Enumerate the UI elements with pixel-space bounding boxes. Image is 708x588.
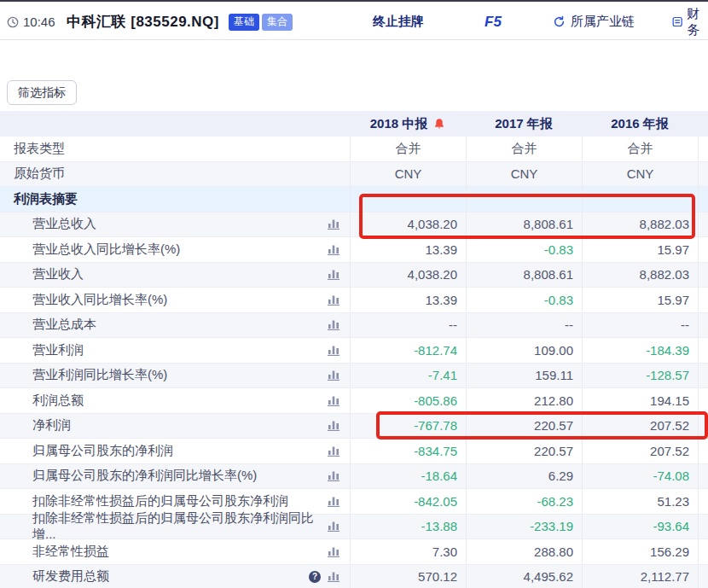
badge-collection[interactable]: 集合 bbox=[262, 14, 293, 31]
row-label: 营业总成本 bbox=[32, 317, 96, 333]
row-icons bbox=[328, 319, 339, 330]
cell-value: 合并 bbox=[582, 137, 698, 161]
header-filler bbox=[698, 111, 708, 137]
row-label: 扣除非经常性损益后的归属母公司股东净利润 bbox=[32, 493, 288, 509]
chart-icon[interactable] bbox=[328, 420, 339, 431]
row-icons bbox=[328, 294, 339, 306]
cell-value: 4,038.20 bbox=[350, 212, 466, 237]
row-icons bbox=[328, 470, 339, 481]
cell-value: -834.75 bbox=[350, 439, 466, 463]
chart-icon[interactable] bbox=[328, 496, 339, 507]
column-header[interactable]: 2016 年报 bbox=[582, 111, 698, 137]
cell-value: -- bbox=[466, 313, 582, 338]
row-icons bbox=[328, 218, 339, 230]
chart-icon[interactable] bbox=[328, 244, 339, 255]
row-label-cell: 营业收入 bbox=[0, 263, 350, 288]
cell-value: 6.29 bbox=[466, 464, 582, 489]
table-row: 原始货币CNYCNYCNY bbox=[0, 162, 708, 188]
table-row: 非经常性损益 7.30288.80156.29 bbox=[0, 539, 708, 565]
row-label-cell: 营业总收入 bbox=[0, 212, 350, 237]
chart-icon[interactable] bbox=[328, 571, 339, 582]
chart-icon[interactable] bbox=[328, 218, 339, 230]
filter-bar-2: 筛选指标 bbox=[0, 79, 708, 111]
chart-icon[interactable] bbox=[328, 546, 339, 557]
row-label: 归属母公司股东的净利润 bbox=[32, 443, 173, 459]
row-filler bbox=[698, 464, 708, 489]
table-row: 利润表摘要 bbox=[0, 187, 708, 212]
cell-value: -74.08 bbox=[582, 464, 698, 489]
cell-value: 51.23 bbox=[582, 489, 698, 514]
cell-value: -842.05 bbox=[350, 489, 466, 514]
financial-table: 2018 中报 2017 年报2016 年报 报表类型合并合并合并原始货币CNY… bbox=[0, 111, 708, 588]
row-filler bbox=[698, 439, 708, 463]
row-icons bbox=[328, 521, 339, 532]
row-icons: ? bbox=[309, 571, 339, 583]
table-row: 营业利润同比增长率(%) -7.41159.11-128.57 bbox=[0, 364, 708, 389]
row-icons bbox=[328, 244, 339, 255]
cell-value: 4,495.62 bbox=[466, 565, 582, 588]
column-header[interactable]: 2017 年报 bbox=[466, 111, 582, 137]
time-text: 10:46 bbox=[23, 15, 55, 29]
cell-value: 13.39 bbox=[350, 288, 466, 312]
chart-icon[interactable] bbox=[328, 269, 339, 280]
row-filler bbox=[698, 237, 708, 262]
alert-bell-icon[interactable] bbox=[433, 118, 445, 130]
cell-value: -233.19 bbox=[466, 515, 582, 539]
column-header[interactable]: 2018 中报 bbox=[350, 111, 466, 137]
cell-value: 4,038.20 bbox=[350, 263, 466, 288]
row-label: 非经常性损益 bbox=[32, 544, 109, 560]
row-label: 利润表摘要 bbox=[14, 191, 78, 207]
clock-icon bbox=[7, 16, 19, 28]
row-icons bbox=[328, 269, 339, 280]
f5-shortcut[interactable]: F5 bbox=[485, 3, 502, 40]
cell-value: 8,808.61 bbox=[466, 263, 582, 288]
chart-icon[interactable] bbox=[328, 470, 339, 481]
help-icon[interactable]: ? bbox=[309, 571, 321, 583]
chart-icon[interactable] bbox=[328, 521, 339, 532]
cell-value: 220.57 bbox=[466, 439, 582, 463]
table-row: 归属母公司股东的净利润同比增长率(%) -18.646.29-74.08 bbox=[0, 464, 708, 490]
table-row: 营业总收入 4,038.208,808.618,882.03 bbox=[0, 212, 708, 238]
column-header-label: 2017 年报 bbox=[495, 116, 553, 132]
cell-value bbox=[582, 187, 698, 212]
chart-icon[interactable] bbox=[328, 445, 339, 457]
chart-icon[interactable] bbox=[328, 370, 339, 381]
cell-value: 8,808.61 bbox=[466, 212, 582, 237]
row-filler bbox=[698, 162, 708, 187]
row-filler bbox=[698, 212, 708, 237]
row-filler bbox=[698, 414, 708, 439]
cell-value: 288.80 bbox=[466, 539, 582, 564]
table-row: 报表类型合并合并合并 bbox=[0, 137, 708, 162]
cell-value: 220.57 bbox=[466, 414, 582, 439]
finance-link[interactable]: 财务 bbox=[672, 3, 708, 40]
cell-value: -128.57 bbox=[582, 364, 698, 388]
cell-value: 207.52 bbox=[582, 439, 698, 463]
row-label-cell: 营业总成本 bbox=[0, 313, 350, 338]
chart-icon[interactable] bbox=[328, 294, 339, 306]
row-filler bbox=[698, 288, 708, 312]
row-label: 净利润 bbox=[32, 417, 71, 434]
industry-chain-label: 所属产业链 bbox=[571, 14, 635, 30]
row-filler bbox=[698, 489, 708, 514]
security-title: 中科汇联 [835529.NQ] bbox=[67, 3, 219, 40]
row-label: 报表类型 bbox=[14, 141, 65, 157]
row-filler bbox=[698, 364, 708, 388]
cell-value: 7.30 bbox=[350, 539, 466, 564]
industry-chain-link[interactable]: 所属产业链 bbox=[553, 3, 635, 40]
row-label-cell: 营业利润同比增长率(%) bbox=[0, 364, 350, 388]
cell-value: 15.97 bbox=[582, 288, 698, 312]
table-body: 报表类型合并合并合并原始货币CNYCNYCNY利润表摘要营业总收入 4,038.… bbox=[0, 137, 708, 588]
row-label-cell: 利润表摘要 bbox=[0, 187, 350, 212]
cell-value: -18.64 bbox=[350, 464, 466, 489]
table-row: 研发费用总额 ? 570.124,495.622,112.77 bbox=[0, 565, 708, 588]
row-filler bbox=[698, 539, 708, 564]
filter-indicators-button[interactable]: 筛选指标 bbox=[7, 80, 77, 105]
chart-icon[interactable] bbox=[328, 345, 339, 356]
cell-value: 212.80 bbox=[466, 388, 582, 413]
row-label: 营业利润 bbox=[32, 342, 84, 358]
chart-icon[interactable] bbox=[328, 319, 339, 330]
cell-value: 207.52 bbox=[582, 414, 698, 439]
badge-basic[interactable]: 基础 bbox=[229, 14, 259, 31]
chart-icon[interactable] bbox=[328, 395, 339, 406]
row-label: 营业总收入同比增长率(%) bbox=[32, 242, 180, 258]
